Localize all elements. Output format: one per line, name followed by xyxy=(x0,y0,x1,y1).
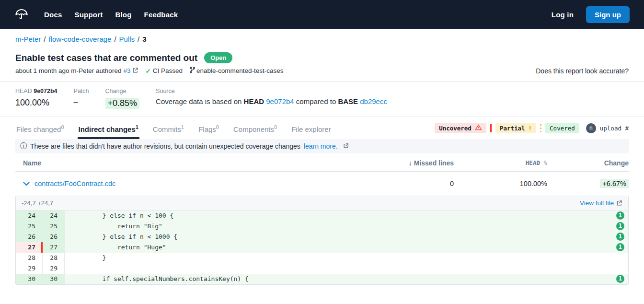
diff-line: 25 25 return "Big"1 xyxy=(16,221,628,232)
stat-change: Change +0.85% xyxy=(105,88,140,109)
hunk-header: -24,7 +24,7 xyxy=(22,199,53,207)
head-percent-value: 100.00% xyxy=(454,180,547,187)
nav-blog[interactable]: Blog xyxy=(115,11,131,19)
login-link[interactable]: Log in xyxy=(552,11,574,19)
diff-line: 28 28 } xyxy=(16,253,628,263)
code-line: return "Big"1 xyxy=(65,221,628,232)
legend-uncovered: Uncovered xyxy=(435,123,486,133)
diff-line: 30 30 if self.specialNumbers.containsKey… xyxy=(16,274,628,284)
code-line: } else if n < 1000 {1 xyxy=(65,232,628,242)
upload-count-badge: 1 xyxy=(616,211,624,220)
column-header-head-percent: HEAD % xyxy=(454,159,547,166)
indirect-changes-table: Name ↓Missed lines HEAD % Change contrac… xyxy=(15,154,629,196)
partial-bar-sample xyxy=(540,124,541,132)
tab-file-explorer[interactable]: File explorer xyxy=(290,124,332,139)
breadcrumb-owner[interactable]: m-Peter xyxy=(15,35,41,43)
source-label: Source xyxy=(156,88,387,94)
nav-feedback[interactable]: Feedback xyxy=(144,11,178,19)
diff-line: 24 24 } else if n < 100 {1 xyxy=(16,210,628,221)
upload-count-badge: 1 xyxy=(616,275,624,283)
external-link-icon[interactable] xyxy=(343,142,349,150)
ci-status-label: CI Passed xyxy=(153,67,183,74)
breadcrumb-repo[interactable]: flow-code-coverage xyxy=(49,35,112,43)
nav-support[interactable]: Support xyxy=(74,11,103,19)
tab-flags[interactable]: Flags0 xyxy=(197,124,220,139)
base-line-number: 24 xyxy=(16,210,43,221)
diff-line: 27 27 return "Huge"1 xyxy=(16,242,628,253)
upload-count-sample-badge: n xyxy=(586,123,596,133)
partial-mark-icon: ! xyxy=(529,125,532,132)
tab-components[interactable]: Components0 xyxy=(232,124,278,139)
source-text: compared to xyxy=(294,97,338,105)
patch-value: – xyxy=(74,98,89,106)
code-line: if self.specialNumbers.containsKey(n) {1 xyxy=(65,274,628,284)
view-full-file-link[interactable]: View full file xyxy=(580,199,622,207)
breadcrumb-separator: / xyxy=(44,35,46,43)
breadcrumb-separator: / xyxy=(138,35,139,43)
change-value: +6.67% xyxy=(547,179,629,188)
source-base-sha-link[interactable]: db29ecc xyxy=(360,97,387,105)
base-line-number: 28 xyxy=(16,253,43,263)
uncovered-bar-sample xyxy=(490,124,492,132)
change-value: +0.85% xyxy=(105,98,140,109)
breadcrumb-separator: / xyxy=(114,35,116,43)
missed-lines-value: 0 xyxy=(348,180,454,187)
source-head-sha-link[interactable]: 9e072b4 xyxy=(266,97,294,105)
learn-more-link[interactable]: learn more. xyxy=(304,142,338,150)
codecov-logo-icon[interactable] xyxy=(14,8,29,21)
chevron-down-icon[interactable] xyxy=(23,182,30,186)
source-text: Coverage data is based on xyxy=(156,97,243,105)
git-branch-icon xyxy=(189,67,196,75)
report-accuracy-prompt: Does this report look accurate? xyxy=(536,67,629,75)
sort-descending-icon: ↓ xyxy=(409,159,412,167)
legend-partial-label: Partial xyxy=(500,125,525,132)
signup-button[interactable]: Sign up xyxy=(586,6,630,23)
column-header-change: Change xyxy=(547,159,629,167)
breadcrumb-current: 3 xyxy=(142,35,146,43)
code-line: } else if n < 100 {1 xyxy=(65,210,628,221)
base-line-number: 30 xyxy=(16,274,43,284)
base-line-number: 26 xyxy=(16,232,43,242)
upload-count-badge: 1 xyxy=(616,233,624,241)
head-label: HEAD xyxy=(15,88,32,94)
column-header-name: Name xyxy=(15,159,348,167)
coverage-stats: HEAD 9e072b4 100.00% Patch – Change +0.8… xyxy=(0,82,644,117)
pr-number-link[interactable]: #3 xyxy=(123,67,130,74)
code-line xyxy=(65,263,628,274)
file-name-link[interactable]: contracts/FooContract.cdc xyxy=(34,180,115,187)
tab-files-changed[interactable]: Files changed0 xyxy=(15,124,65,139)
source-head-word: HEAD xyxy=(244,97,264,105)
report-tabs: Files changed0 Indirect changes1 Commits… xyxy=(0,117,644,139)
table-row: contracts/FooContract.cdc 0 100.00% +6.6… xyxy=(15,172,629,196)
base-line-number: 27 xyxy=(16,242,43,253)
nav-docs[interactable]: Docs xyxy=(44,11,62,19)
external-link-icon[interactable] xyxy=(132,67,138,75)
table-header-row: Name ↓Missed lines HEAD % Change xyxy=(15,154,629,172)
breadcrumb-pulls[interactable]: Pulls xyxy=(119,35,135,43)
head-line-number: 29 xyxy=(43,263,65,274)
legend-covered: Covered xyxy=(545,123,579,133)
status-badge: Open xyxy=(204,52,232,63)
head-line-number: 24 xyxy=(43,210,65,221)
top-navbar: Docs Support Blog Feedback Log in Sign u… xyxy=(0,0,644,29)
tab-commits[interactable]: Commits1 xyxy=(152,124,185,139)
pr-meta-text: about 1 month ago m-Peter authored xyxy=(15,67,121,74)
head-line-number: 25 xyxy=(43,221,65,232)
patch-label: Patch xyxy=(74,88,89,94)
base-line-number: 25 xyxy=(16,221,43,232)
head-line-number: 26 xyxy=(43,232,65,242)
coverage-legend: Uncovered Partial ! Covered n upload # xyxy=(435,123,629,139)
legend-uncovered-label: Uncovered xyxy=(439,125,472,132)
upload-label: upload # xyxy=(600,125,629,132)
code-line: return "Huge"1 xyxy=(65,242,628,253)
head-sha: 9e072b4 xyxy=(34,88,57,94)
info-banner: ⓘ These are files that didn't have autho… xyxy=(15,139,629,153)
page-title: Enable test cases that are commented out xyxy=(15,53,197,63)
tab-indirect-changes[interactable]: Indirect changes1 xyxy=(78,124,139,139)
stat-head: HEAD 9e072b4 100.00% xyxy=(15,88,58,109)
info-icon: ⓘ xyxy=(20,142,27,151)
upload-count-badge: 1 xyxy=(616,243,624,251)
column-header-missed-lines[interactable]: ↓Missed lines xyxy=(348,159,454,167)
stat-source: Source Coverage data is based on HEAD 9e… xyxy=(156,88,387,109)
upload-count-badge: 1 xyxy=(616,222,624,230)
